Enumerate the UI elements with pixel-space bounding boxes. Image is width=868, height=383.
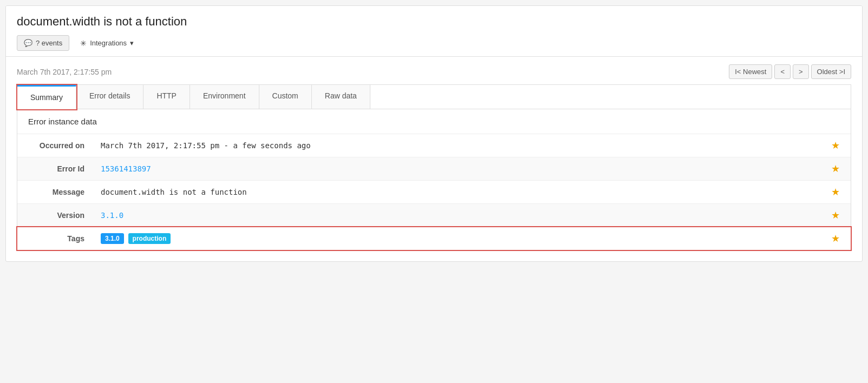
prev-button[interactable]: < xyxy=(774,64,791,79)
error-id-link[interactable]: 15361413897 xyxy=(101,164,151,173)
content-area: March 7th 2017, 2:17:55 pm I< Newest < >… xyxy=(6,57,862,261)
error-id-value: 15361413897 xyxy=(93,157,824,181)
tags-value: 3.1.0 production xyxy=(93,227,824,250)
version-star-cell: ★ xyxy=(824,204,851,227)
version-label: Version xyxy=(17,204,93,227)
tab-raw-data[interactable]: Raw data xyxy=(312,85,370,109)
tag-production-badge[interactable]: production xyxy=(128,233,171,244)
date-nav-row: March 7th 2017, 2:17:55 pm I< Newest < >… xyxy=(17,57,851,84)
chat-icon: 💬 xyxy=(24,39,32,47)
message-label: Message xyxy=(17,181,93,204)
page-header: document.width is not a function 💬 ? eve… xyxy=(6,6,862,57)
star-icon[interactable]: ★ xyxy=(831,140,840,151)
tags-star-cell: ★ xyxy=(824,227,851,250)
events-label: ? events xyxy=(36,39,62,47)
next-button[interactable]: > xyxy=(793,64,809,79)
star-icon[interactable]: ★ xyxy=(831,233,840,244)
tab-summary[interactable]: Summary xyxy=(17,85,76,109)
error-id-label: Error Id xyxy=(17,157,93,181)
integrations-label: Integrations xyxy=(90,39,127,47)
table-row: Message document.width is not a function… xyxy=(17,181,851,204)
star-icon[interactable]: ★ xyxy=(831,210,840,221)
section-title: Error instance data xyxy=(17,109,851,134)
table-row: Tags 3.1.0 production ★ xyxy=(17,227,851,250)
tab-custom[interactable]: Custom xyxy=(259,85,312,109)
version-link[interactable]: 3.1.0 xyxy=(101,211,123,220)
toolbar: 💬 ? events ✳ Integrations ▾ xyxy=(17,35,851,51)
star-icon[interactable]: ★ xyxy=(831,187,840,197)
integrations-button[interactable]: ✳ Integrations ▾ xyxy=(74,36,140,51)
occurred-on-label: Occurred on xyxy=(17,134,93,157)
occurred-on-value: March 7th 2017, 2:17:55 pm - a few secon… xyxy=(93,134,824,157)
message-value: document.width is not a function xyxy=(93,181,824,204)
events-button[interactable]: 💬 ? events xyxy=(17,35,69,51)
error-id-star-cell: ★ xyxy=(824,157,851,181)
star-icon[interactable]: ★ xyxy=(831,163,840,174)
version-value: 3.1.0 xyxy=(93,204,824,227)
tag-version-badge[interactable]: 3.1.0 xyxy=(101,233,124,244)
page-title: document.width is not a function xyxy=(17,15,851,29)
nav-buttons: I< Newest < > Oldest >I xyxy=(729,64,851,79)
tab-error-details[interactable]: Error details xyxy=(76,85,143,109)
tags-label: Tags xyxy=(17,227,93,250)
message-star-cell: ★ xyxy=(824,181,851,204)
chevron-down-icon: ▾ xyxy=(130,39,134,47)
oldest-button[interactable]: Oldest >I xyxy=(811,64,851,79)
data-table: Occurred on March 7th 2017, 2:17:55 pm -… xyxy=(17,134,851,250)
occurred-on-star-cell: ★ xyxy=(824,134,851,157)
tabs-container: Summary Error details HTTP Environment C… xyxy=(17,84,851,109)
integrations-icon: ✳ xyxy=(80,39,87,48)
date-label: March 7th 2017, 2:17:55 pm xyxy=(17,68,112,76)
page-container: document.width is not a function 💬 ? eve… xyxy=(5,5,863,262)
newest-button[interactable]: I< Newest xyxy=(729,64,772,79)
tab-environment[interactable]: Environment xyxy=(190,85,259,109)
table-row: Version 3.1.0 ★ xyxy=(17,204,851,227)
table-row: Error Id 15361413897 ★ xyxy=(17,157,851,181)
data-section: Error instance data Occurred on March 7t… xyxy=(17,109,851,250)
table-row: Occurred on March 7th 2017, 2:17:55 pm -… xyxy=(17,134,851,157)
tab-http[interactable]: HTTP xyxy=(143,85,190,109)
